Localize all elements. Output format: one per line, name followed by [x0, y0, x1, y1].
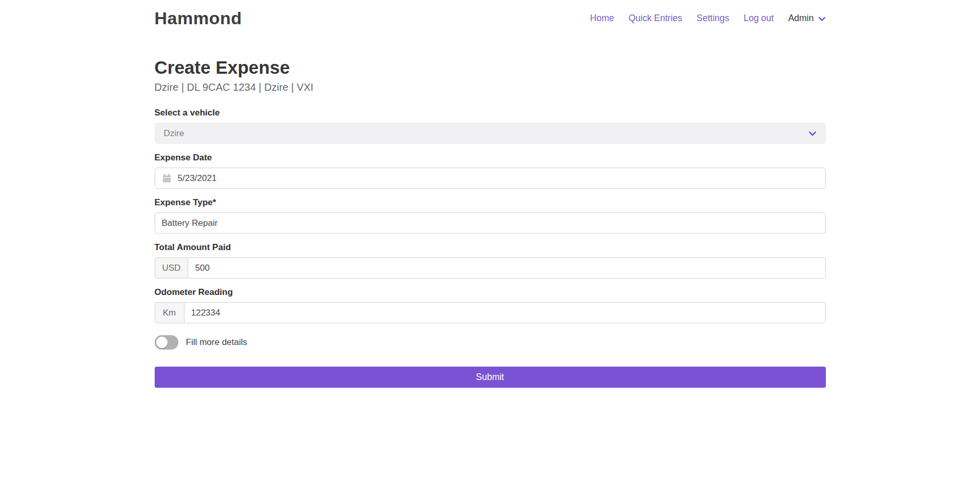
odometer-label: Odometer Reading	[155, 287, 826, 298]
expense-date-label: Expense Date	[155, 153, 826, 163]
header: Hammond Home Quick Entries Settings Log …	[0, 0, 980, 28]
total-amount-input[interactable]	[195, 258, 818, 278]
distance-unit-addon: Km	[155, 302, 184, 323]
nav-item-logout[interactable]: Log out	[744, 13, 774, 24]
expense-type-box	[155, 212, 826, 234]
toggle-knob	[156, 337, 168, 348]
main-nav: Home Quick Entries Settings Log out Admi…	[590, 13, 826, 24]
main-content: Create Expense Dzire | DL 9CAC 1234 | Dz…	[155, 57, 826, 388]
vehicle-label: Select a vehicle	[155, 108, 826, 118]
nav-item-quick-entries[interactable]: Quick Entries	[628, 13, 682, 24]
expense-type-field: Expense Type*	[155, 197, 826, 234]
currency-addon: USD	[155, 257, 188, 278]
odometer-input[interactable]	[191, 303, 819, 323]
nav-item-home[interactable]: Home	[590, 13, 614, 24]
page-title: Create Expense	[155, 57, 826, 78]
nav-item-settings[interactable]: Settings	[696, 13, 729, 24]
expense-type-label: Expense Type*	[155, 197, 826, 208]
expense-date-field: Expense Date	[155, 153, 826, 189]
submit-button[interactable]: Submit	[155, 367, 826, 388]
create-expense-form: Select a vehicle Dzire Expense Date	[155, 108, 826, 388]
brand-logo[interactable]: Hammond	[155, 8, 242, 28]
chevron-down-icon	[818, 14, 826, 22]
total-amount-box	[188, 257, 825, 278]
total-amount-field: Total Amount Paid USD	[155, 242, 826, 278]
user-menu-label: Admin	[788, 13, 814, 24]
fill-more-details-toggle[interactable]	[155, 335, 178, 350]
expense-date-box	[155, 168, 826, 189]
vehicle-field: Select a vehicle Dzire	[155, 108, 826, 144]
odometer-box	[184, 302, 826, 323]
odometer-field: Odometer Reading Km	[155, 287, 826, 323]
fill-more-details-label: Fill more details	[186, 337, 247, 348]
user-menu-admin[interactable]: Admin	[788, 13, 826, 24]
vehicle-summary: Dzire | DL 9CAC 1234 | Dzire | VXI	[155, 81, 826, 93]
vehicle-select[interactable]: Dzire	[155, 123, 826, 144]
more-details-row: Fill more details	[155, 335, 826, 350]
expense-type-input[interactable]	[162, 213, 819, 233]
calendar-icon	[162, 173, 172, 183]
vehicle-select-value: Dzire	[164, 128, 185, 139]
chevron-down-icon	[808, 129, 817, 138]
expense-date-input[interactable]	[178, 168, 819, 188]
total-amount-label: Total Amount Paid	[155, 242, 826, 253]
